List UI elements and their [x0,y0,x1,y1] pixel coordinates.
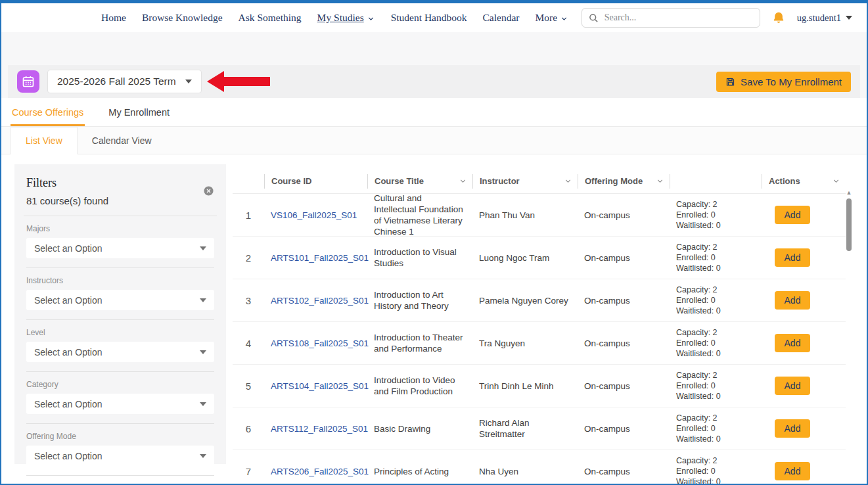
user-menu[interactable]: ug.student1 [797,12,852,24]
course-id-cell: ARTS108_Fall2025_S01 [264,338,367,349]
filter-select-offering-mode[interactable]: Select an Option [26,446,214,466]
capacity-line: Capacity: 2 [676,327,755,338]
add-button[interactable]: Add [775,377,810,395]
instructor-cell: Tra Nguyen [472,338,578,349]
table-scrollbar[interactable]: ▲ [846,171,852,481]
course-id-link[interactable]: ARTS101_Fall2025_S01 [271,253,369,263]
sort-chevron-icon[interactable] [564,177,572,185]
sort-chevron-icon[interactable] [832,177,840,185]
filter-select-level[interactable]: Select an Option [26,342,214,362]
filters-panel: Filters 81 course(s) found MajorsSelect … [14,164,226,464]
nav-item-label: Ask Something [239,12,302,24]
nav-item-ask-something[interactable]: Ask Something [239,12,302,24]
capacity-line: Enrolled: 0 [676,466,755,476]
filter-label: Offering Mode [26,432,214,441]
actions-cell: Add [762,462,846,480]
tab-course-offerings[interactable]: Course Offerings [11,99,85,126]
save-to-enrollment-button[interactable]: Save To My Enrollment [716,72,851,92]
row-number: 2 [233,252,264,264]
notification-bell-icon[interactable] [772,11,785,24]
filter-select-value: Select an Option [34,295,103,306]
tab-my-enrollment[interactable]: My Enrollment [107,99,171,126]
nav-item-my-studies[interactable]: My Studies [317,12,375,24]
nav-item-calendar[interactable]: Calendar [482,12,519,24]
capacity-line: Enrolled: 0 [676,381,755,391]
chevron-down-icon [560,13,568,23]
course-title-cell: Introduction to Video and Film Productio… [367,375,472,397]
course-id-link[interactable]: ARTS108_Fall2025_S01 [271,338,369,348]
clear-filters-icon[interactable] [203,185,214,199]
add-button[interactable]: Add [775,419,810,438]
course-id-cell: VS106_Fall2025_S01 [264,210,367,221]
actions-cell: Add [762,206,846,224]
column-header-label: Course Title [375,176,424,186]
column-header-act[interactable]: Actions [762,174,846,189]
course-id-link[interactable]: VS106_Fall2025_S01 [271,210,357,220]
course-id-link[interactable]: ARTS104_Fall2025_S01 [271,381,369,391]
instructor-cell: Pamela Nguyen Corey [472,295,578,306]
capacity-line: Enrolled: 0 [676,338,755,348]
filter-offering-mode: Offering ModeSelect an Option [26,424,214,476]
term-selector[interactable]: 2025-2026 Fall 2025 Term [47,70,202,93]
nav-item-student-handbook[interactable]: Student Handbook [391,12,467,24]
add-button[interactable]: Add [775,248,810,267]
filter-category: CategorySelect an Option [26,372,214,424]
filter-level: LevelSelect an Option [26,320,214,372]
nav-item-home[interactable]: Home [101,12,126,24]
course-id-link[interactable]: ARTS112_Fall2025_S01 [271,424,368,434]
filter-label: Category [26,380,214,389]
column-header-label: Offering Mode [585,176,643,186]
offering-mode-cell: On-campus [578,210,670,221]
column-header-cap[interactable] [670,174,762,189]
add-button[interactable]: Add [775,334,810,352]
column-header-inst[interactable]: Instructor [472,174,578,189]
instructor-cell: Luong Ngoc Tram [472,252,578,264]
capacity-line: Enrolled: 0 [676,210,755,220]
filter-select-majors[interactable]: Select an Option [26,238,214,258]
column-header-mode[interactable]: Offering Mode [578,174,670,189]
add-button[interactable]: Add [775,206,810,224]
select-caret-icon [200,402,206,406]
scroll-up-arrow[interactable]: ▲ [846,189,852,196]
course-id-link[interactable]: ARTS206_Fall2025_S01 [271,467,369,476]
filter-label: Majors [26,224,214,233]
column-header-label: Course ID [271,176,311,186]
filter-fields: MajorsSelect an OptionInstructorsSelect … [26,216,214,476]
filter-select-value: Select an Option [34,451,103,461]
add-button[interactable]: Add [775,462,810,480]
filter-instructors: InstructorsSelect an Option [26,268,214,320]
column-header-num[interactable] [233,174,264,189]
capacity-line: Capacity: 2 [676,413,755,423]
sort-chevron-icon[interactable] [656,177,664,185]
nav-item-label: Student Handbook [391,12,467,24]
capacity-line: Capacity: 2 [676,285,755,295]
save-icon [725,77,735,87]
filter-select-instructors[interactable]: Select an Option [26,290,214,310]
sort-chevron-icon[interactable] [459,177,467,185]
select-caret-icon [200,454,206,458]
tab-calendar-view[interactable]: Calendar View [78,127,166,154]
actions-cell: Add [762,419,846,438]
capacity-line: Enrolled: 0 [676,295,755,306]
nav-item-label: Home [101,12,126,24]
add-button[interactable]: Add [775,291,810,310]
column-header-id[interactable]: Course ID [264,174,367,189]
capacity-cell: Capacity: 2Enrolled: 0Waitlisted: 0 [670,285,762,316]
user-caret-icon [846,16,852,20]
row-number: 6 [233,423,264,434]
column-header-title[interactable]: Course Title [367,174,472,189]
course-id-link[interactable]: ARTS102_Fall2025_S01 [271,296,369,306]
nav-item-more[interactable]: More [535,12,568,24]
filter-select-category[interactable]: Select an Option [26,394,214,414]
capacity-line: Waitlisted: 0 [676,391,755,402]
nav-item-label: Calendar [482,12,519,24]
course-id-cell: ARTS102_Fall2025_S01 [264,295,367,306]
tab-list-view[interactable]: List View [11,127,78,154]
search-input[interactable] [605,12,753,23]
capacity-line: Enrolled: 0 [676,423,755,434]
search-box[interactable] [582,8,760,28]
nav-item-browse-knowledge[interactable]: Browse Knowledge [142,12,223,24]
row-number: 4 [233,338,264,349]
scrollbar-thumb[interactable] [846,198,852,251]
table-row: 6ARTS112_Fall2025_S01Basic DrawingRichar… [233,407,846,450]
